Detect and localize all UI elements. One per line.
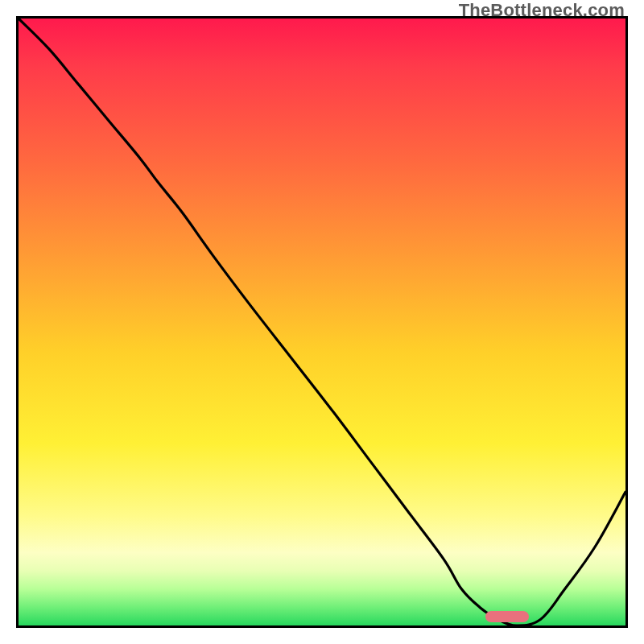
chart-frame bbox=[16, 16, 628, 628]
bottleneck-curve-path bbox=[19, 19, 625, 625]
bottleneck-curve-svg bbox=[19, 19, 625, 625]
optimal-range-marker bbox=[485, 611, 529, 622]
